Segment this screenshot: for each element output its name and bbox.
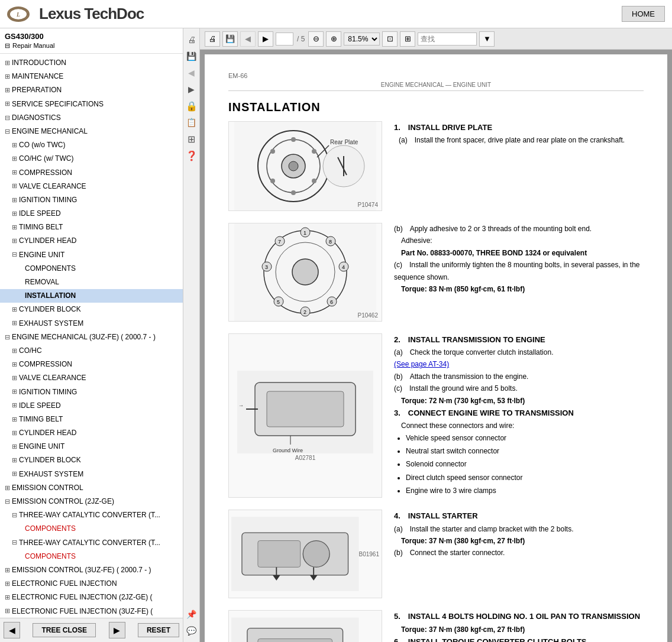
sidebar-item-emission2jz[interactable]: ⊟EMISSION CONTROL (2JZ-GE): [0, 495, 183, 508]
sidebar-item-valve2[interactable]: ⊞VALVE CLEARANCE: [0, 371, 183, 385]
pin-icon[interactable]: 📌: [185, 608, 198, 621]
svg-text:→: →: [238, 403, 244, 408]
sidebar-item-cyl_head[interactable]: ⊞CYLINDER HEAD: [0, 234, 183, 248]
tb-print-btn[interactable]: 🖨: [205, 31, 220, 47]
sidebar-item-emission3uz[interactable]: ⊞EMISSION CONTROL (3UZ-FE) ( 2000.7 - ): [0, 563, 183, 577]
sidebar-item-efi[interactable]: ⊞ELECTRONIC FUEL INJECTION: [0, 577, 183, 591]
section-title: INSTALLATION: [228, 100, 644, 114]
sidebar-item-intro[interactable]: ⊞INTRODUCTION: [0, 56, 183, 70]
step-torque-4: Torque: 37 N·m (380 kgf·cm, 27 ft·lbf): [394, 535, 644, 547]
back-icon[interactable]: ◀: [185, 66, 198, 79]
sidebar-item-cyl_head2[interactable]: ⊞CYLINDER HEAD: [0, 426, 183, 440]
sidebar-item-eng_mech2[interactable]: ⊟ENGINE MECHANICAL (3UZ-FE) ( 2000.7 - ): [0, 330, 183, 344]
tb-view-btn[interactable]: ⊞: [400, 31, 415, 47]
forward-icon[interactable]: ▶: [185, 83, 198, 96]
lock-icon[interactable]: 🔒: [185, 99, 198, 112]
sidebar-item-timing2[interactable]: ⊞TIMING BELT: [0, 413, 183, 426]
sidebar-item-ign_timing[interactable]: ⊞IGNITION TIMING: [0, 193, 183, 207]
sidebar-item-co_hc2[interactable]: ⊞CO/HC: [0, 344, 183, 358]
image-code-2: A02781: [295, 455, 315, 461]
doc-wrapper[interactable]: EM-66 ENGINE MECHANICAL — ENGINE UNIT IN…: [200, 50, 672, 642]
search-input[interactable]: [418, 33, 477, 46]
svg-point-8: [312, 149, 316, 154]
print-icon[interactable]: 🖨: [185, 33, 198, 46]
step-4-image: B01961: [228, 510, 382, 598]
sidebar-item-twc1[interactable]: ⊟THREE-WAY CATALYTIC CONVERTER (T...: [0, 508, 183, 522]
next-nav-button[interactable]: ▶: [109, 622, 125, 638]
chat-icon[interactable]: 💬: [185, 624, 198, 637]
svg-text:4: 4: [342, 264, 345, 270]
step-2c: (c) Install the ground wire and 5 bolts.: [394, 382, 644, 394]
step-56-content: 5. INSTALL 4 BOLTS HOLDING NO. 1 OIL PAN…: [394, 610, 644, 642]
oil-pan-diagram: [231, 613, 359, 642]
sidebar-item-comp_twc2[interactable]: COMPONENTS: [0, 550, 183, 563]
copy-icon[interactable]: 📋: [185, 116, 198, 129]
sidebar-item-maint[interactable]: ⊞MAINTENANCE: [0, 70, 183, 83]
svg-text:3: 3: [265, 264, 268, 270]
image-code-1: P10474: [358, 202, 378, 208]
tree-container: ⊞INTRODUCTION⊞MAINTENANCE⊞PREPARATION⊞SE…: [0, 54, 183, 618]
sidebar-item-valve[interactable]: ⊞VALVE CLEARANCE: [0, 180, 183, 193]
step-56: A02790 5. INSTALL 4 BOLTS HOLDING NO. 1 …: [228, 610, 644, 642]
sidebar-item-eng_mech[interactable]: ⊟ENGINE MECHANICAL: [0, 125, 183, 138]
step-56-image: A02790: [228, 610, 382, 642]
sidebar-item-exhaust1[interactable]: ⊞EXHAUST SYSTEM: [0, 317, 183, 330]
help-icon[interactable]: ❓: [185, 149, 198, 162]
sidebar-item-comp_twc1[interactable]: COMPONENTS: [0, 522, 183, 536]
tb-fit-btn[interactable]: ⊡: [382, 31, 398, 47]
prev-nav-button[interactable]: ◀: [4, 622, 20, 638]
page-number-input[interactable]: 1: [276, 33, 293, 46]
step-3-num: 3. CONNECT ENGINE WIRE TO TRANSMISSION: [394, 408, 574, 417]
step-bc: 1 8 4 6 2 5 3 7 P10462 (b) Apply adhesiv…: [228, 223, 644, 322]
home-button[interactable]: HOME: [622, 6, 665, 22]
content-area: 🖨 💾 ◀ ▶ 1 / 5 ⊖ ⊕ 81.5% ⊡ ⊞ ▼ EM-66 ENGI…: [200, 28, 672, 642]
step-torque-1: Torque: 83 N·m (850 kgf·cm, 61 ft·lbf): [394, 283, 644, 295]
sidebar-item-compression1[interactable]: ⊞COMPRESSION: [0, 166, 183, 180]
tree-close-button[interactable]: TREE CLOSE: [33, 623, 96, 637]
svg-text:2: 2: [303, 309, 306, 315]
svg-rect-40: [267, 391, 344, 427]
sidebar-item-eng_unit[interactable]: ⊟ENGINE UNIT: [0, 248, 183, 262]
sidebar-item-twc2[interactable]: ⊟THREE-WAY CATALYTIC CONVERTER (T...: [0, 536, 183, 550]
sidebar-item-cyl_block2[interactable]: ⊞CYLINDER BLOCK: [0, 453, 183, 467]
sidebar-item-efi3uz[interactable]: ⊞ELECTRONIC FUEL INJECTION (3UZ-FE) (: [0, 605, 183, 618]
sidebar-item-idle1[interactable]: ⊞IDLE SPEED: [0, 207, 183, 221]
sidebar-item-co_wo[interactable]: ⊞CO (w/o TWC): [0, 138, 183, 152]
step-2-image: → Ground Wire A02781: [228, 333, 382, 498]
doc-page: EM-66 ENGINE MECHANICAL — ENGINE UNIT IN…: [205, 54, 667, 642]
sidebar-item-idle2[interactable]: ⊞IDLE SPEED: [0, 399, 183, 413]
expand-icon[interactable]: ⊞: [185, 132, 198, 145]
sidebar-item-compression2[interactable]: ⊞COMPRESSION: [0, 358, 183, 371]
sidebar-item-timing_belt[interactable]: ⊞TIMING BELT: [0, 221, 183, 234]
sidebar-item-exhaust2[interactable]: ⊞EXHAUST SYSTEM: [0, 468, 183, 481]
sidebar-item-diag[interactable]: ⊟DIAGNOSTICS: [0, 111, 183, 125]
sidebar-item-removal1[interactable]: REMOVAL: [0, 275, 183, 289]
step-2a-link[interactable]: (See page AT-34): [394, 358, 644, 370]
sidebar-item-eng_unit2[interactable]: ⊞ENGINE UNIT: [0, 440, 183, 453]
tb-next-btn[interactable]: ▶: [258, 31, 273, 47]
step-2-content: 2. INSTALL TRANSMISSION TO ENGINE (a) Ch…: [394, 333, 644, 498]
sidebar-item-components1[interactable]: COMPONENTS: [0, 262, 183, 275]
reset-button[interactable]: RESET: [138, 623, 179, 637]
tb-zoom-out-btn[interactable]: ⊖: [308, 31, 324, 47]
sidebar-item-ign2[interactable]: ⊞IGNITION TIMING: [0, 385, 183, 399]
tb-search-btn[interactable]: ▼: [479, 31, 495, 47]
lexus-logo: L: [7, 7, 30, 22]
bolt-sequence-diagram: 1 8 4 6 2 5 3 7: [234, 223, 376, 321]
sidebar-item-efi2jz[interactable]: ⊞ELECTRONIC FUEL INJECTION (2JZ-GE) (: [0, 591, 183, 604]
step-1a: (a) Install the front spacer, drive plat…: [399, 134, 644, 146]
sidebar-item-installation1[interactable]: INSTALLATION: [0, 289, 183, 303]
step-2b: (b) Attach the transmission to the engin…: [394, 371, 644, 382]
sidebar-item-cyl_block1[interactable]: ⊞CYLINDER BLOCK: [0, 303, 183, 316]
tb-save-btn[interactable]: 💾: [222, 31, 238, 47]
step-1-image: Rear Plate P10474: [228, 121, 382, 211]
tb-prev-btn[interactable]: ◀: [240, 31, 256, 47]
tb-zoom-in-btn[interactable]: ⊕: [326, 31, 341, 47]
sidebar-item-emission[interactable]: ⊞EMISSION CONTROL: [0, 481, 183, 495]
step-adhesive-val: Part No. 08833-00070, THREE BOND 1324 or…: [394, 247, 644, 259]
save-icon[interactable]: 💾: [185, 50, 198, 63]
sidebar-item-prep[interactable]: ⊞PREPARATION: [0, 83, 183, 97]
sidebar-item-co_w[interactable]: ⊞CO/HC (w/ TWC): [0, 152, 183, 166]
sidebar-item-svc[interactable]: ⊞SERVICE SPECIFICATIONS: [0, 98, 183, 111]
zoom-select[interactable]: 81.5%: [344, 33, 380, 46]
